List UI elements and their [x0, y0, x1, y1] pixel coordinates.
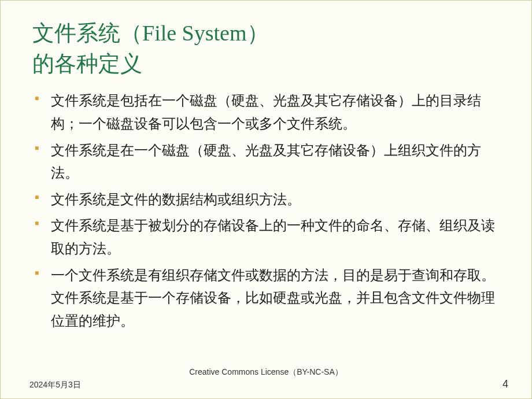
footer-date: 2024年5月3日 — [29, 380, 81, 390]
bullet-text: 文件系统是基于被划分的存储设备上的一种文件的命名、存储、组织及读取的方法。 — [51, 218, 495, 256]
bullet-text: 文件系统是文件的数据结构或组织方法。 — [51, 192, 301, 207]
bullet-item: 文件系统是包括在一个磁盘（硬盘、光盘及其它存储设备）上的目录结构；一个磁盘设备可… — [32, 90, 503, 135]
footer-page-number: 4 — [503, 378, 508, 390]
bullet-text: 文件系统是包括在一个磁盘（硬盘、光盘及其它存储设备）上的目录结构；一个磁盘设备可… — [51, 93, 481, 131]
bullet-text: 一个文件系统是有组织存储文件或数据的方法，目的是易于查询和存取。文件系统是基于一… — [51, 268, 495, 328]
title-line-1: 文件系统（File System） — [32, 21, 269, 45]
bullet-list: 文件系统是包括在一个磁盘（硬盘、光盘及其它存储设备）上的目录结构；一个磁盘设备可… — [32, 90, 503, 332]
slide-title: 文件系统（File System） 的各种定义 — [32, 18, 503, 79]
bullet-text: 文件系统是在一个磁盘（硬盘、光盘及其它存储设备）上组织文件的方法。 — [51, 143, 481, 181]
bullet-item: 一个文件系统是有组织存储文件或数据的方法，目的是易于查询和存取。文件系统是基于一… — [32, 264, 503, 333]
bullet-item: 文件系统是文件的数据结构或组织方法。 — [32, 189, 503, 212]
title-line-2: 的各种定义 — [32, 51, 142, 76]
footer-license: Creative Commons License（BY-NC-SA） — [189, 367, 343, 378]
bullet-item: 文件系统是基于被划分的存储设备上的一种文件的命名、存储、组织及读取的方法。 — [32, 215, 503, 260]
bullet-item: 文件系统是在一个磁盘（硬盘、光盘及其它存储设备）上组织文件的方法。 — [32, 139, 503, 185]
slide-container: 文件系统（File System） 的各种定义 文件系统是包括在一个磁盘（硬盘、… — [1, 1, 531, 398]
